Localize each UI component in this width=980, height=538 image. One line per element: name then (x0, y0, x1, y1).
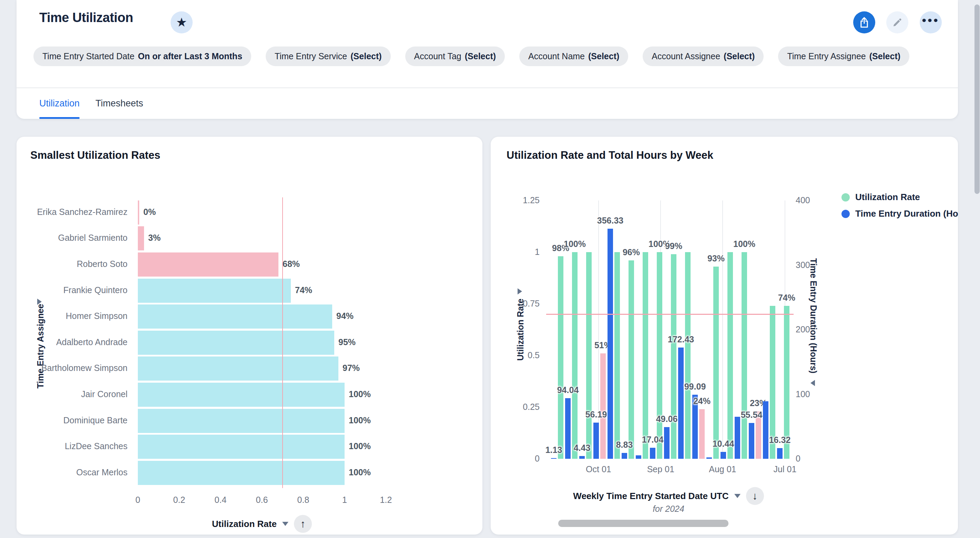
filter-chip-value: (Select) (588, 51, 619, 61)
filter-chip-value: (Select) (350, 51, 382, 61)
smallest-utilization-card: Smallest Utilization Rates Time Entry As… (16, 137, 482, 535)
category-label: Erika Sanchez-Ramirez (16, 207, 127, 217)
bar-bartholomew-simpson[interactable] (138, 357, 338, 381)
duration-bar-week-3[interactable] (579, 456, 585, 459)
utilization-bar-week-14[interactable] (741, 252, 747, 459)
left-chart-plot: Erika Sanchez-Ramirez0%Gabriel Sarmiento… (16, 137, 482, 535)
bar-erika-sanchez-ramirez[interactable] (138, 200, 139, 225)
bar-lizdee-sanches[interactable] (138, 435, 345, 459)
tab-timesheets-label: Timesheets (95, 98, 143, 109)
bar-jair-coronel[interactable] (138, 382, 345, 407)
bar-value-label: 100% (349, 441, 371, 451)
filter-chip-value: On or after Last 3 Months (138, 51, 242, 61)
category-label: Roberto Soto (16, 259, 127, 269)
right-y-tick-label: 100 (795, 389, 827, 399)
bar-frankie-quintero[interactable] (138, 279, 291, 303)
duration-bar-week-8[interactable] (650, 448, 655, 459)
left-y-tick-label: 1.25 (511, 195, 539, 205)
filter-chip-label: Account Assignee (652, 51, 720, 61)
header-card: Time Utilization ★ ••• Time Entry Starte… (16, 0, 958, 119)
filter-chip-time-entry-assignee[interactable]: Time Entry Assignee(Select) (778, 46, 909, 66)
utilization-bar-week-10[interactable] (685, 252, 690, 459)
x-axis-sub-label: for 2024 (546, 504, 791, 514)
duration-bar-week-7[interactable] (636, 455, 641, 459)
left-chart-x-axis-label[interactable]: Utilization Rate (212, 519, 277, 529)
share-button[interactable] (853, 11, 875, 33)
filter-chip-time-entry-service[interactable]: Time Entry Service(Select) (266, 46, 391, 66)
duration-bar-week-14[interactable] (735, 417, 740, 459)
duration-bar-week-12[interactable] (706, 457, 712, 459)
edit-button[interactable] (886, 11, 908, 33)
utilization-bar-week-1[interactable] (558, 256, 563, 459)
chevron-down-icon[interactable] (282, 522, 288, 526)
duration-bar-week-16[interactable] (763, 401, 768, 459)
duration-bar-week-13[interactable] (721, 452, 726, 459)
left-chart-x-axis-control: Utilization Rate ↑ (138, 514, 386, 533)
bar-value-label: 74% (295, 285, 312, 295)
utilization-bar-week-3[interactable] (586, 252, 592, 459)
x-tick-label: 0.8 (290, 495, 317, 505)
duration-bar-week-6[interactable] (622, 453, 627, 459)
bar-roberto-soto[interactable] (138, 252, 278, 276)
filter-chip-account-name[interactable]: Account Name(Select) (519, 46, 628, 66)
favorite-button[interactable]: ★ (170, 11, 192, 33)
category-label: Gabriel Sarmiento (16, 233, 127, 243)
right-y-tick-label: 400 (795, 195, 827, 205)
utilization-bar-week-12[interactable] (713, 267, 719, 459)
date-tick-label: Oct 01 (574, 464, 623, 474)
left-y-tick-label: 0.75 (511, 298, 539, 309)
utilization-bar-week-13[interactable] (727, 252, 733, 459)
filter-chip-account-tag[interactable]: Account Tag(Select) (405, 46, 505, 66)
filter-chip-value: (Select) (724, 51, 755, 61)
target-reference-line (282, 197, 283, 488)
duration-bar-week-5[interactable] (608, 229, 613, 459)
duration-bar-week-9[interactable] (664, 427, 670, 459)
bar-gabriel-sarmiento[interactable] (138, 226, 144, 251)
bar-homer-simpson[interactable] (138, 305, 332, 329)
utilization-bar-week-7[interactable] (643, 252, 648, 459)
filter-chip-time-entry-started-date[interactable]: Time Entry Started DateOn or after Last … (33, 46, 251, 66)
duration-value-label: 356.33 (583, 216, 638, 225)
star-icon: ★ (176, 16, 187, 29)
filter-chip-label: Time Entry Service (275, 51, 347, 61)
filter-chip-account-assignee[interactable]: Account Assignee(Select) (643, 46, 764, 66)
utilization-bar-week-2[interactable] (572, 252, 578, 459)
bar-adalberto-andrade[interactable] (138, 331, 334, 355)
dashboard-page: { "header": { "title": "Time Utilization… (0, 0, 980, 538)
chevron-down-icon[interactable] (734, 494, 740, 498)
duration-value-label: 16.32 (752, 435, 807, 445)
share-icon (859, 16, 870, 28)
bar-value-label: 97% (342, 363, 360, 373)
utilization-bar-week-6[interactable] (628, 260, 634, 459)
sort-ascending-button[interactable]: ↑ (294, 515, 312, 533)
bar-dominique-barte[interactable] (138, 409, 345, 433)
utilization-bar-week-11[interactable] (699, 409, 705, 459)
utilization-value-label: 93% (689, 254, 744, 263)
duration-bar-week-1[interactable] (551, 458, 557, 459)
horizontal-scrollbar-thumb[interactable] (558, 520, 729, 527)
ellipsis-icon: ••• (922, 20, 940, 25)
duration-bar-week-17[interactable] (777, 448, 783, 459)
utilization-bar-week-9[interactable] (671, 254, 676, 459)
tab-bar: Utilization Timesheets (39, 88, 143, 119)
bar-oscar-merlos[interactable] (138, 461, 345, 485)
filter-chip-label: Time Entry Assignee (787, 51, 865, 61)
category-label: Bartholomew Simpson (16, 363, 127, 373)
more-options-button[interactable]: ••• (920, 11, 942, 33)
category-label: LizDee Sanches (16, 441, 127, 451)
x-tick-label: 0 (124, 495, 152, 505)
x-tick-label: 0.4 (207, 495, 234, 505)
utilization-by-week-card: Utilization Rate and Total Hours by Week… (491, 137, 958, 535)
utilization-value-label: 24% (675, 396, 730, 406)
utilization-bar-week-8[interactable] (657, 252, 662, 459)
tab-timesheets[interactable]: Timesheets (95, 88, 143, 119)
bar-value-label: 0% (143, 207, 156, 217)
sort-descending-button[interactable]: ↓ (746, 487, 764, 505)
utilization-bar-week-5[interactable] (614, 252, 620, 459)
page-title: Time Utilization (39, 10, 133, 25)
bar-value-label: 94% (336, 311, 353, 321)
vertical-scrollbar-thumb[interactable] (975, 5, 980, 194)
tab-utilization[interactable]: Utilization (39, 88, 80, 119)
right-chart-x-axis-label[interactable]: Weekly Time Entry Started Date UTC (573, 491, 729, 501)
left-y-tick-label: 0.5 (511, 350, 539, 360)
